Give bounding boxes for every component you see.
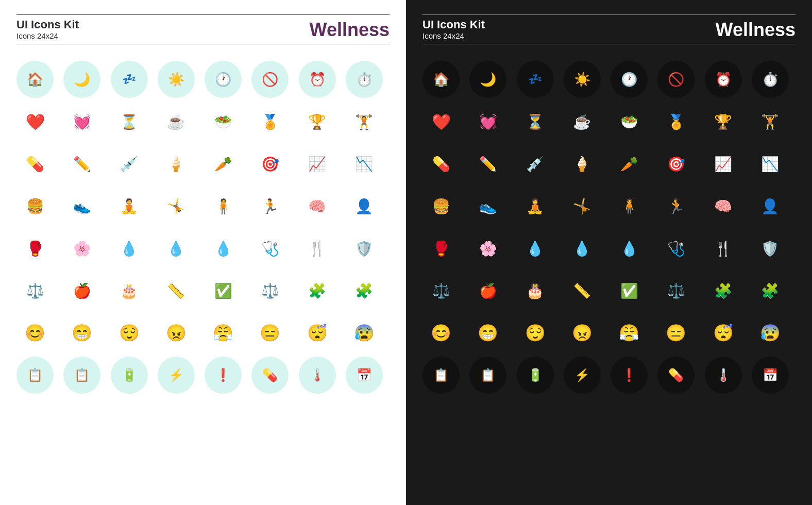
- dark-wellness-label: Wellness: [716, 19, 796, 41]
- icon-stethoscope: 🩺: [251, 230, 289, 267]
- dark-icon-sun: ☀️: [564, 61, 601, 98]
- dark-icon-chart-down: 📉: [752, 145, 789, 182]
- icon-battery-bolt: ⚡: [158, 357, 195, 394]
- dark-icon-sleep: 💤: [517, 61, 554, 98]
- icon-heart: ❤️: [16, 103, 54, 140]
- icon-run: 🏃: [251, 188, 289, 225]
- icon-thermometer: 🌡️: [299, 357, 336, 394]
- dark-icon-puzzle: 🧩: [705, 272, 742, 309]
- dark-header: UI Icons Kit Icons 24x24 Wellness: [422, 14, 796, 44]
- light-panel: UI Icons Kit Icons 24x24 Wellness 🏠 🌙 💤 …: [0, 0, 406, 505]
- dark-icon-pill: 💊: [422, 145, 460, 182]
- icon-stopwatch: ⏱️: [346, 61, 383, 98]
- dark-icon-clipboard-heart: 📋: [469, 357, 506, 394]
- icon-pill: 💊: [16, 145, 54, 182]
- dark-icon-trophy: 🏆: [705, 103, 742, 140]
- icon-chart-up: 📈: [299, 145, 336, 182]
- icon-calendar-heart: 📅: [346, 357, 383, 394]
- dark-icon-neutral: 😑: [657, 314, 695, 351]
- dark-kit-title-block: UI Icons Kit Icons 24x24: [422, 18, 485, 41]
- dark-icon-weights: 🏋️: [752, 103, 789, 140]
- dark-icon-smile: 😊: [422, 314, 460, 351]
- icon-flower: 🌸: [63, 230, 100, 267]
- dark-icon-clock: 🕐: [611, 61, 648, 98]
- icon-puzzle: 🧩: [299, 272, 336, 309]
- icon-salad: 🥗: [205, 103, 242, 140]
- icon-drop1: 💧: [111, 230, 148, 267]
- dark-icon-glove: 🥊: [422, 230, 460, 267]
- icon-icecream: 🍦: [158, 145, 195, 182]
- dark-icon-meditate: 🧘: [517, 188, 554, 225]
- dark-icon-drop2: 💧: [564, 230, 601, 267]
- icon-burger: 🍔: [16, 188, 54, 225]
- dark-icon-scale: ⚖️: [422, 272, 460, 309]
- light-bottom-line: [16, 44, 390, 44]
- dark-icon-coffee: ☕: [564, 103, 601, 140]
- icon-glove: 🥊: [16, 230, 54, 267]
- dark-icon-puzzle2: 🧩: [752, 272, 789, 309]
- dark-icon-ruler: 📏: [564, 272, 601, 309]
- dark-icon-fork-knife: 🍴: [705, 230, 742, 267]
- icon-checklist: 📋: [16, 357, 54, 394]
- icon-sweat: 😰: [346, 314, 383, 351]
- dark-icon-chart-up: 📈: [705, 145, 742, 182]
- icon-hourglass: ⏳: [111, 103, 148, 140]
- icon-scale: ⚖️: [16, 272, 54, 309]
- icon-heartbeat: 💓: [63, 103, 100, 140]
- icon-battery-lock: 🔋: [111, 357, 148, 394]
- dark-icon-drop3: 💧: [611, 230, 648, 267]
- dark-icon-happy: 😌: [517, 314, 554, 351]
- icon-neutral: 😑: [251, 314, 289, 351]
- icon-pencil: ✏️: [63, 145, 100, 182]
- dark-icon-icecream: 🍦: [564, 145, 601, 182]
- icon-clock: 🕐: [205, 61, 242, 98]
- dark-icon-balance: 🧍: [611, 188, 648, 225]
- icon-frustrated: 😤: [205, 314, 242, 351]
- dark-icon-sleepy: 😴: [705, 314, 742, 351]
- icon-balance2: ⚖️: [251, 272, 289, 309]
- dark-icon-target: 🎯: [657, 145, 695, 182]
- dark-icon-alert: ❗: [611, 357, 648, 394]
- icon-chart-down: 📉: [346, 145, 383, 182]
- icon-home: 🏠: [16, 61, 54, 98]
- dark-icon-laugh: 😁: [469, 314, 506, 351]
- icon-trophy: 🏆: [299, 103, 336, 140]
- dark-icon-syringe: 💉: [517, 145, 554, 182]
- dark-kit-subtitle: Icons 24x24: [422, 31, 485, 41]
- icon-drop2: 💧: [158, 230, 195, 267]
- icon-head: 👤: [346, 188, 383, 225]
- icon-carrot: 🥕: [205, 145, 242, 182]
- icon-weights: 🏋️: [346, 103, 383, 140]
- dark-icon-salad: 🥗: [611, 103, 648, 140]
- icon-moon: 🌙: [63, 61, 100, 98]
- dark-icon-frustrated: 😤: [611, 314, 648, 351]
- dark-icon-battery-bolt: ⚡: [564, 357, 601, 394]
- dark-icon-cake: 🎂: [517, 272, 554, 309]
- dark-kit-title: UI Icons Kit: [422, 18, 485, 31]
- dark-icon-checklist: 📋: [422, 357, 460, 394]
- icon-laugh: 😁: [63, 314, 100, 351]
- dark-top-line: [422, 14, 796, 15]
- icon-sneaker: 👟: [63, 188, 100, 225]
- dark-icon-sweat: 😰: [752, 314, 789, 351]
- dark-icon-heart: ❤️: [422, 103, 460, 140]
- dark-icons-grid: 🏠 🌙 💤 ☀️ 🕐 🚫 ⏰ ⏱️ ❤️ 💓 ⏳ ☕ 🥗 🏅 🏆 🏋️ 💊 ✏️…: [422, 54, 796, 491]
- dark-panel: UI Icons Kit Icons 24x24 Wellness 🏠 🌙 💤 …: [406, 0, 812, 505]
- icon-clipboard-heart: 📋: [63, 357, 100, 394]
- icon-shield-heart: 🛡️: [346, 230, 383, 267]
- icon-sun: ☀️: [158, 61, 195, 98]
- icon-no: 🚫: [251, 61, 289, 98]
- icon-medal: 🏅: [251, 103, 289, 140]
- dark-icon-calendar-heart: 📅: [752, 357, 789, 394]
- dark-icon-carrot: 🥕: [611, 145, 648, 182]
- icon-target: 🎯: [251, 145, 289, 182]
- dark-icon-alarm: ⏰: [705, 61, 742, 98]
- icon-puzzle2: 🧩: [346, 272, 383, 309]
- dark-icon-home: 🏠: [422, 61, 460, 98]
- dark-icon-stopwatch: ⏱️: [752, 61, 789, 98]
- icon-meditate: 🧘: [111, 188, 148, 225]
- icon-syringe: 💉: [111, 145, 148, 182]
- icon-balance: 🧍: [205, 188, 242, 225]
- dark-icon-no: 🚫: [657, 61, 695, 98]
- icon-sleepy: 😴: [299, 314, 336, 351]
